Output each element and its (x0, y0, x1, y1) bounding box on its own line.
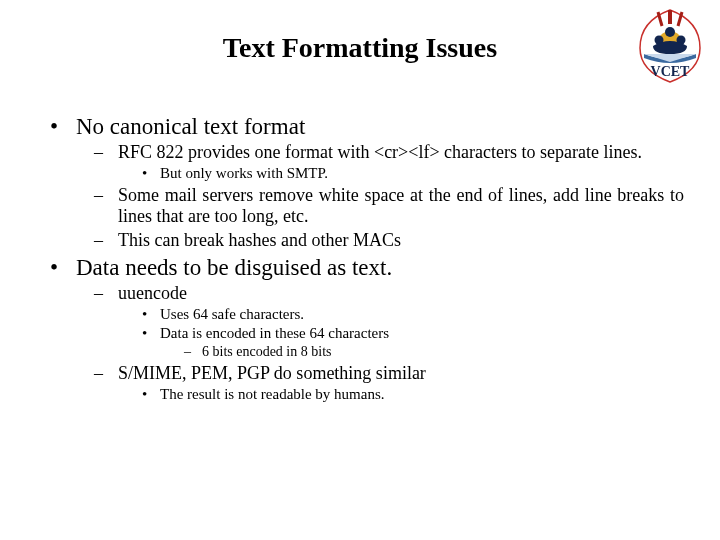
logo-text: VCET (651, 64, 691, 79)
bullet-lvl3: But only works with SMTP. (142, 165, 684, 182)
bullet-text: The result is not readable by humans. (160, 386, 385, 402)
bullet-text: But only works with SMTP. (160, 165, 328, 181)
bullet-text: uuencode (118, 283, 187, 303)
bullet-lvl2: uuencode Uses 64 safe characters. Data i… (94, 283, 684, 360)
page-title: Text Formatting Issues (36, 32, 684, 64)
bullet-lvl2: Some mail servers remove white space at … (94, 185, 684, 227)
bullet-lvl1: No canonical text format RFC 822 provide… (50, 114, 684, 251)
vcet-logo: VCET (630, 6, 710, 86)
bullet-lvl2: This can break hashes and other MACs (94, 230, 684, 251)
bullet-text: 6 bits encoded in 8 bits (202, 344, 332, 359)
bullet-text: No canonical text format (76, 114, 305, 139)
svg-point-4 (665, 27, 675, 37)
bullet-lvl2: RFC 822 provides one format with <cr><lf… (94, 142, 684, 182)
slide: VCET Text Formatting Issues No canonical… (0, 0, 720, 540)
bullet-lvl1: Data needs to be disguised as text. uuen… (50, 255, 684, 403)
bullet-text: S/MIME, PEM, PGP do something similar (118, 363, 426, 383)
bullet-text: Data is encoded in these 64 characters (160, 325, 389, 341)
bullet-lvl2: S/MIME, PEM, PGP do something similar Th… (94, 363, 684, 403)
bullet-lvl3: Data is encoded in these 64 characters 6… (142, 325, 684, 360)
bullet-lvl3: Uses 64 safe characters. (142, 306, 684, 323)
bullet-text: Data needs to be disguised as text. (76, 255, 392, 280)
bullet-lvl4: 6 bits encoded in 8 bits (184, 344, 684, 360)
bullet-text: Some mail servers remove white space at … (118, 185, 684, 226)
bullet-text: This can break hashes and other MACs (118, 230, 401, 250)
bullet-text: Uses 64 safe characters. (160, 306, 304, 322)
bullet-text: RFC 822 provides one format with <cr><lf… (118, 142, 642, 162)
bullet-lvl3: The result is not readable by humans. (142, 386, 684, 403)
bullet-list: No canonical text format RFC 822 provide… (50, 114, 684, 403)
